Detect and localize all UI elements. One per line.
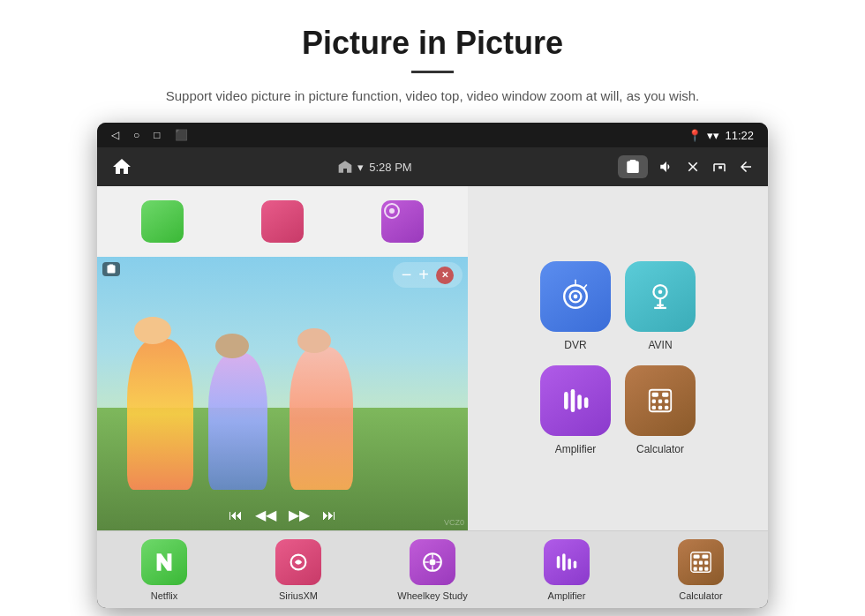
figure-1 <box>127 339 194 490</box>
netflix-icon-box <box>141 200 184 243</box>
title-divider <box>411 71 454 73</box>
svg-rect-38 <box>702 554 708 558</box>
app-netflix[interactable] <box>104 200 221 243</box>
svg-rect-37 <box>694 554 700 558</box>
home-button[interactable] <box>111 156 132 177</box>
home-icon[interactable]: ○ <box>133 129 139 141</box>
svg-rect-22 <box>652 406 656 409</box>
next-btn[interactable]: ▶▶ <box>289 507 310 523</box>
status-bar-status: 📍 ▾▾ 11:22 <box>688 129 754 142</box>
pip-icon[interactable] <box>711 159 727 176</box>
svg-rect-41 <box>704 560 708 564</box>
location-icon: 📍 <box>688 129 702 142</box>
svg-rect-24 <box>665 406 668 409</box>
app-avin[interactable]: AVIN <box>625 261 696 351</box>
bottom-calculator[interactable]: Calculator <box>634 531 768 608</box>
svg-rect-14 <box>577 394 582 409</box>
volume-icon[interactable] <box>658 159 674 176</box>
app-bar-center: ▾ 5:28 PM <box>338 160 411 174</box>
amplifier-label: Amplifier <box>555 443 597 455</box>
video-background: − + ✕ ⏮ ◀◀ ▶▶ ⏭ VCZ0 <box>97 257 468 530</box>
pip-resize-controls[interactable]: − + ✕ <box>393 262 463 288</box>
device-frame: ◁ ○ □ ⬛ 📍 ▾▾ 11:22 ▾ 5:28 PM <box>97 123 768 608</box>
app-amplifier[interactable]: Amplifier <box>540 365 611 455</box>
recents-icon[interactable]: □ <box>154 129 160 141</box>
app-siriusxm[interactable] <box>224 200 341 243</box>
app-calculator[interactable]: Calculator <box>625 365 696 455</box>
back-nav-icon[interactable] <box>738 159 754 176</box>
status-bar-nav: ◁ ○ □ ⬛ <box>111 129 188 141</box>
app-bar-controls <box>618 155 754 178</box>
bottom-calculator-label: Calculator <box>679 590 723 601</box>
dvr-icon-box <box>540 261 611 332</box>
right-panel: DVR AVIN <box>468 186 768 530</box>
bottom-netflix[interactable]: Netflix <box>97 531 231 608</box>
camera-button[interactable] <box>618 155 648 178</box>
video-area: − + ✕ ⏮ ◀◀ ▶▶ ⏭ VCZ0 <box>97 257 468 530</box>
bottom-wheelkey[interactable]: Wheelkey Study <box>365 531 500 608</box>
pip-close-btn[interactable]: ✕ <box>436 267 454 284</box>
skip-back-btn[interactable]: ⏮ <box>229 507 243 523</box>
header-section: Picture in Picture Support video picture… <box>0 0 865 123</box>
svg-rect-15 <box>584 397 589 408</box>
head-2 <box>215 334 249 358</box>
bottom-siriusxm-icon <box>275 539 321 585</box>
bottom-wheelkey-label: Wheelkey Study <box>397 590 467 601</box>
svg-rect-33 <box>562 553 566 571</box>
wheelkey-icon-box <box>381 200 424 243</box>
siriusxm-icon-box <box>261 200 304 243</box>
avin-icon-box <box>625 261 696 332</box>
figure-3 <box>290 347 352 489</box>
bottom-netflix-label: Netflix <box>151 590 178 601</box>
head-3 <box>297 328 331 353</box>
svg-rect-19 <box>652 400 656 403</box>
svg-line-6 <box>584 284 587 288</box>
apps-row-top <box>97 186 468 257</box>
wifi-status: ▾ <box>357 161 364 174</box>
head-1 <box>134 317 171 344</box>
page-title: Picture in Picture <box>71 25 794 62</box>
app-bar: ▾ 5:28 PM <box>97 147 768 186</box>
prev-btn[interactable]: ◀◀ <box>255 507 276 523</box>
video-playback-controls[interactable]: ⏮ ◀◀ ▶▶ ⏭ <box>229 507 336 523</box>
svg-point-4 <box>574 295 578 299</box>
bottom-netflix-icon <box>141 539 187 585</box>
svg-rect-43 <box>699 567 703 570</box>
pip-plus-btn[interactable]: + <box>418 265 429 285</box>
bottom-app-row: Netflix SiriusXM <box>97 530 768 608</box>
skip-forward-btn[interactable]: ⏭ <box>322 507 336 523</box>
app-icon-grid: DVR AVIN <box>526 247 710 470</box>
svg-rect-44 <box>704 567 708 570</box>
time-display: 5:28 PM <box>369 161 411 174</box>
svg-rect-32 <box>557 556 560 568</box>
screenshot-icon[interactable]: ⬛ <box>175 129 188 141</box>
pip-minus-btn[interactable]: − <box>402 265 412 285</box>
bottom-calculator-icon <box>678 539 724 585</box>
svg-rect-35 <box>574 560 577 567</box>
svg-rect-20 <box>658 400 662 403</box>
avin-label: AVIN <box>648 339 672 351</box>
app-dvr[interactable]: DVR <box>540 261 611 351</box>
svg-point-27 <box>430 559 436 565</box>
svg-rect-18 <box>662 393 668 397</box>
close-icon[interactable] <box>685 159 701 176</box>
svg-rect-13 <box>571 389 575 412</box>
pip-camera-indicator <box>102 262 120 276</box>
svg-rect-17 <box>652 393 658 397</box>
svg-point-8 <box>658 289 663 294</box>
svg-rect-34 <box>568 558 571 569</box>
calculator-icon-box <box>625 365 696 436</box>
left-panel: − + ✕ ⏮ ◀◀ ▶▶ ⏭ VCZ0 <box>97 186 468 530</box>
calculator-label: Calculator <box>636 443 684 455</box>
watermark: VCZ0 <box>444 518 464 527</box>
app-wheelkey[interactable] <box>344 200 461 243</box>
svg-rect-42 <box>694 567 697 570</box>
wifi-icon: ▾▾ <box>707 129 719 142</box>
back-icon[interactable]: ◁ <box>111 129 119 141</box>
amplifier-icon-box <box>540 365 611 436</box>
svg-rect-40 <box>699 560 703 564</box>
bottom-siriusxm[interactable]: SiriusXM <box>231 531 365 608</box>
bottom-amplifier-icon <box>544 539 590 585</box>
bottom-amplifier[interactable]: Amplifier <box>500 531 634 608</box>
svg-point-1 <box>389 208 395 214</box>
